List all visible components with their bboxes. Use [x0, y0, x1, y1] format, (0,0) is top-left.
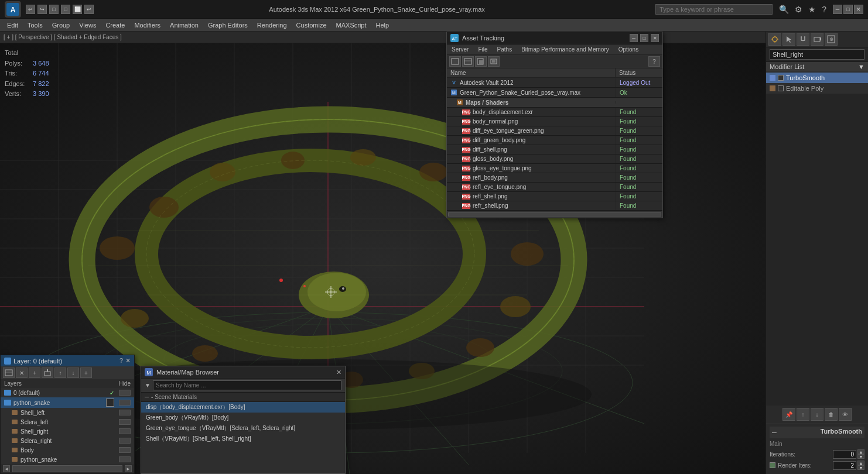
layer-python-snake2[interactable]: python_snake — [1, 455, 134, 464]
rp-btn-magnet[interactable] — [797, 33, 809, 46]
material-close-button[interactable]: ✕ — [336, 369, 341, 376]
menu-rendering[interactable]: Rendering — [252, 20, 292, 30]
layer-vis-btn[interactable] — [119, 447, 131, 453]
at-row-file-12[interactable]: PNG refl_shell.png Found — [447, 192, 662, 201]
at-tool-2[interactable] — [462, 56, 474, 67]
layers-tool-select[interactable] — [42, 367, 53, 378]
quick-access-btn2[interactable]: ↪ — [37, 5, 47, 14]
at-help-btn[interactable]: ? — [648, 56, 660, 67]
iterations-up-btn[interactable]: ▲ — [857, 449, 864, 454]
menu-customize[interactable]: Customize — [292, 20, 332, 30]
render-iters-down-btn[interactable]: ▼ — [857, 465, 864, 470]
mod-move-up-btn[interactable]: ↑ — [797, 408, 809, 421]
quick-access-btn5[interactable]: ⬜ — [73, 5, 82, 14]
at-tool-3[interactable] — [475, 56, 487, 67]
maximize-button[interactable]: □ — [843, 5, 853, 14]
modifier-turbosmooth[interactable]: TurboSmooth — [766, 73, 868, 83]
mod-show-btn[interactable]: 👁 — [839, 408, 852, 421]
layer-vis-btn[interactable] — [119, 438, 131, 444]
layer-vis-btn[interactable] — [119, 456, 131, 462]
mod-pin-btn[interactable]: 📌 — [782, 408, 795, 421]
at-row-file-4[interactable]: PNG body_normal.png Found — [447, 117, 662, 126]
rp-btn-spanner[interactable]: ⚙ — [825, 33, 838, 46]
close-button[interactable]: ✕ — [854, 5, 863, 14]
scene-materials-collapse-icon[interactable]: ─ — [145, 394, 149, 400]
layers-help-btn[interactable]: ? — [119, 357, 123, 365]
minimize-button[interactable]: ─ — [833, 5, 842, 14]
at-maximize-btn[interactable]: □ — [640, 34, 648, 42]
object-name-field[interactable]: Shell_right — [770, 49, 864, 60]
layer-shell-left[interactable]: Shell_left — [1, 408, 134, 417]
layers-list[interactable]: 0 (default) ✓ python_snake Shel — [1, 388, 134, 464]
rp-btn-cursor[interactable] — [782, 33, 795, 46]
mat-item-1[interactable]: Green_body（VRayMtl）[Body] — [141, 413, 345, 423]
menu-animation[interactable]: Animation — [165, 20, 203, 30]
quick-access-btn6[interactable]: ↩ — [84, 5, 94, 14]
layer-python-snake[interactable]: python_snake — [1, 397, 134, 408]
at-file-list[interactable]: V Autodesk Vault 2012 Logged Out M Green… — [447, 78, 662, 211]
layer-vis-btn[interactable] — [119, 428, 131, 434]
menu-views[interactable]: Views — [74, 20, 101, 30]
menu-maxscript[interactable]: MAXScript — [332, 20, 371, 30]
search-input[interactable] — [655, 4, 773, 15]
menu-group[interactable]: Group — [47, 20, 75, 30]
at-row-maxfile[interactable]: M Green_Python_Snake_Curled_pose_vray.ma… — [447, 88, 662, 98]
render-iters-up-btn[interactable]: ▲ — [857, 461, 864, 465]
at-close-btn[interactable]: ✕ — [651, 34, 659, 42]
layer-sclera-right[interactable]: Sclera_right — [1, 436, 134, 445]
menu-create[interactable]: Create — [101, 20, 129, 30]
layers-tool-scene[interactable] — [3, 367, 15, 378]
at-row-vault[interactable]: V Autodesk Vault 2012 Logged Out — [447, 78, 662, 88]
layers-hscroll[interactable] — [12, 465, 122, 472]
at-menu-bitmap[interactable]: Bitmap Performance and Memory — [519, 46, 611, 53]
at-menu-file[interactable]: File — [476, 46, 490, 53]
at-row-file-7[interactable]: PNG diff_shell.png Found — [447, 145, 662, 154]
layer-shell-right[interactable]: Shell_right — [1, 427, 134, 436]
mod-delete-btn[interactable]: 🗑 — [825, 408, 838, 421]
help-icon[interactable]: ? — [820, 5, 828, 14]
at-menu-paths[interactable]: Paths — [495, 46, 515, 53]
at-tool-1[interactable] — [449, 56, 461, 67]
at-menu-options[interactable]: Options — [616, 46, 641, 53]
at-row-maps[interactable]: M Maps / Shaders — [447, 98, 662, 108]
layer-vis-btn[interactable] — [119, 419, 131, 425]
rp-btn-sun[interactable] — [768, 33, 781, 46]
quick-access-btn4[interactable]: □ — [61, 5, 70, 14]
settings-icon[interactable]: ⚙ — [793, 5, 804, 14]
layers-tool-move-down[interactable]: ↓ — [67, 367, 79, 378]
at-row-file-8[interactable]: PNG gloss_body.png Found — [447, 154, 662, 164]
quick-access-btn[interactable]: ↩ — [26, 5, 35, 14]
at-row-file-11[interactable]: PNG refl_eye_tongue.png Found — [447, 183, 662, 192]
mat-item-3[interactable]: Shell（VRayMtl）[Shell_left, Shell_right] — [141, 434, 345, 444]
layer-body[interactable]: Body — [1, 445, 134, 455]
iterations-input[interactable] — [833, 450, 856, 459]
material-search-input[interactable] — [153, 380, 341, 390]
at-row-file-6[interactable]: PNG diff_green_body.png Found — [447, 136, 662, 145]
at-tool-4[interactable] — [488, 56, 500, 67]
at-row-file-13[interactable]: PNG refr_shell.png Found — [447, 201, 662, 211]
layers-arrow-right[interactable]: ► — [125, 465, 132, 472]
menu-tools[interactable]: Tools — [23, 20, 47, 30]
at-row-file-5[interactable]: PNG diff_eye_tongue_green.png Found — [447, 126, 662, 136]
quick-access-btn3[interactable]: □ — [49, 5, 59, 14]
modifier-checkbox[interactable] — [778, 75, 784, 81]
star-icon[interactable]: ★ — [807, 5, 818, 14]
layers-tool-delete[interactable]: ✕ — [16, 367, 28, 378]
search-icon[interactable]: 🔍 — [777, 5, 791, 14]
menu-graph-editors[interactable]: Graph Editors — [203, 20, 252, 30]
layer-box-btn[interactable] — [106, 399, 114, 407]
mat-list[interactable]: disp（body_displacement.exr）[Body] Green_… — [141, 402, 345, 444]
menu-modifiers[interactable]: Modifiers — [129, 20, 165, 30]
iterations-down-btn[interactable]: ▼ — [857, 454, 864, 459]
modifier-list-dropdown-icon[interactable]: ▼ — [858, 63, 864, 70]
render-iters-input[interactable] — [833, 461, 856, 470]
modifier-editable-poly[interactable]: Editable Poly — [766, 83, 868, 94]
at-hscroll[interactable] — [447, 211, 662, 218]
viewport[interactable]: [ + ] [ Perspective ] [ Shaded + Edged F… — [0, 32, 766, 474]
layer-vis-btn[interactable] — [119, 410, 131, 415]
layers-arrow-left[interactable]: ◄ — [3, 465, 10, 472]
menu-help[interactable]: Help — [371, 20, 394, 30]
at-row-file-10[interactable]: PNG refl_body.png Found — [447, 173, 662, 183]
mod-move-down-btn[interactable]: ↓ — [811, 408, 823, 421]
at-hscroll-bar[interactable] — [448, 212, 661, 217]
